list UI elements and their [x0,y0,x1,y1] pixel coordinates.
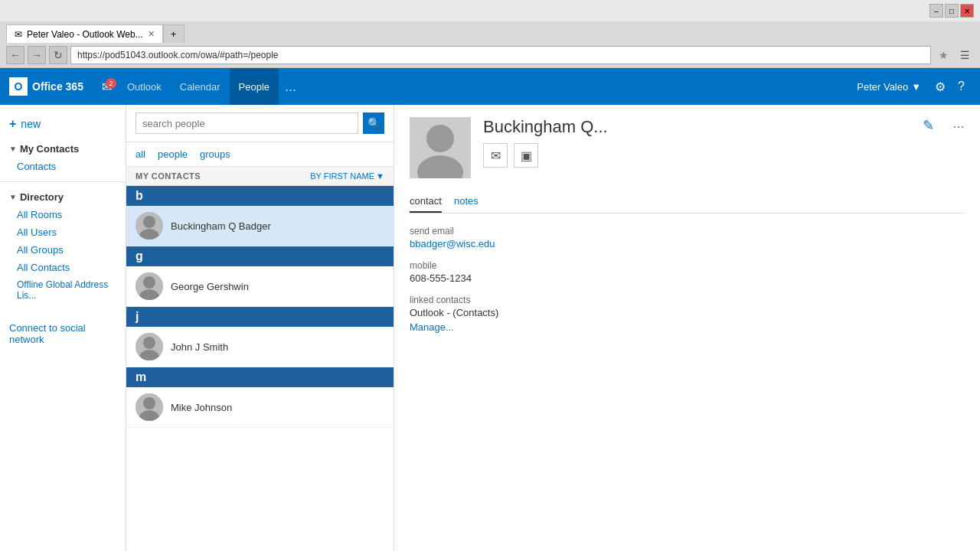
app: O Office 365 ✉ 2 Outlook Calendar People… [0,68,980,551]
tab-bar: ✉ Peter Valeo - Outlook Web... ✕ + [0,21,980,43]
close-btn[interactable]: ✕ [960,4,974,18]
mail-badge: 2 [106,78,116,89]
filter-all[interactable]: all [136,147,145,161]
user-menu-btn[interactable]: Peter Valeo ▼ [849,81,929,93]
sidebar-item-all-rooms[interactable]: All Rooms [0,206,126,223]
avatar-george [136,272,163,300]
tab-contact[interactable]: contact [410,191,442,213]
filter-tabs: all people groups [126,142,394,167]
connect-social-btn[interactable]: Connect to social network [0,316,126,351]
avatar-buckingham [136,212,163,240]
sidebar-item-all-contacts[interactable]: All Contacts [0,259,126,276]
sidebar-item-offline-gal[interactable]: Offline Global Address Lis... [0,276,126,304]
browser-chrome: – □ ✕ ✉ Peter Valeo - Outlook Web... ✕ +… [0,0,980,68]
sidebar-item-all-groups[interactable]: All Groups [0,241,126,259]
browser-menu-btn[interactable]: ☰ [956,46,974,64]
nav-links: Outlook Calendar People [118,68,279,105]
nav-more-btn[interactable]: ... [279,79,302,95]
edit-btn[interactable]: ✎ [923,117,934,134]
send-email-value[interactable]: bbadger@wisc.edu [410,238,965,249]
my-contacts-header-label: MY CONTACTS [136,171,201,181]
linked-contacts-value: Outlook - (Contacts) [410,307,965,318]
address-bar-row: ← → ↻ ★ ☰ [0,43,980,67]
avatar-mike [136,393,163,421]
active-tab[interactable]: ✉ Peter Valeo - Outlook Web... ✕ [6,24,163,43]
contact-list-header: MY CONTACTS BY FIRST NAME ▼ [126,167,394,186]
directory-label: Directory [20,191,64,203]
nav-link-outlook[interactable]: Outlook [118,68,171,105]
svg-point-4 [143,276,155,289]
directory-header[interactable]: ▼ Directory [0,188,126,206]
user-dropdown-icon: ▼ [911,81,921,93]
filter-groups[interactable]: groups [200,147,230,161]
title-bar: – □ ✕ [0,0,980,21]
contact-item-buckingham[interactable]: Buckingham Q Badger [126,206,394,246]
contact-name-buckingham: Buckingham Q Badger [171,220,271,232]
detail-tabs: contact notes [410,191,965,214]
mobile-field: mobile 608-555-1234 [410,260,965,284]
new-contact-btn[interactable]: + new [0,111,126,137]
send-email-label: send email [410,226,965,236]
mobile-value: 608-555-1234 [410,272,965,284]
directory-section: ▼ Directory All Rooms All Users All Grou… [0,188,126,304]
linked-contacts-label: linked contacts [410,295,965,305]
plus-icon: + [9,117,16,131]
sidebar-item-all-users[interactable]: All Users [0,223,126,241]
email-action-btn[interactable]: ✉ [483,143,508,168]
contact-name-george: George Gershwin [171,281,249,292]
letter-group-b: b [126,186,394,206]
office-logo-icon: O [9,77,28,96]
send-email-field: send email bbadger@wisc.edu [410,226,965,249]
contact-item-john[interactable]: John J Smith [126,327,394,367]
my-contacts-header[interactable]: ▼ My Contacts [0,140,126,158]
detail-avatar [410,117,471,178]
new-label: new [21,118,41,130]
nav-link-calendar[interactable]: Calendar [171,68,230,105]
manage-link[interactable]: Manage... [410,321,965,333]
letter-group-m: m [126,367,394,387]
sidebar-divider [0,181,126,182]
minimize-btn[interactable]: – [929,4,943,18]
sidebar: + new ▼ My Contacts Contacts ▼ Directory… [0,105,126,551]
filter-people[interactable]: people [158,147,188,161]
help-btn[interactable]: ? [952,80,971,93]
favorites-btn[interactable]: ★ [934,46,952,64]
collapse-icon: ▼ [9,145,17,153]
office-logo: O Office 365 [9,77,83,96]
sort-label: BY FIRST NAME [310,171,374,181]
detail-more-options-btn[interactable]: … [952,117,965,131]
maximize-btn[interactable]: □ [945,4,959,18]
refresh-btn[interactable]: ↻ [49,46,67,64]
letter-group-j: j [126,307,394,327]
sidebar-item-contacts[interactable]: Contacts [0,158,126,175]
back-btn[interactable]: ← [6,46,24,64]
avatar-john [136,333,163,360]
brand-label: Office 365 [32,80,83,93]
my-contacts-label: My Contacts [20,143,79,155]
new-tab-btn[interactable]: + [163,24,185,43]
search-button[interactable]: 🔍 [363,112,384,134]
mail-icon-area: ✉ 2 [96,77,118,97]
mail-icon-btn[interactable]: ✉ 2 [96,77,118,97]
detail-header: Buckingham Q... ✉ ▣ ✎ … [410,117,965,178]
sort-btn[interactable]: BY FIRST NAME ▼ [310,171,384,181]
forward-btn[interactable]: → [28,46,46,64]
contact-list: b Buckingham Q Badger g [126,186,394,551]
search-input[interactable] [136,112,358,134]
contact-name-mike: Mike Johnson [171,402,232,413]
collapse-icon-dir: ▼ [9,193,17,201]
detail-name-area: Buckingham Q... ✉ ▣ [483,117,910,168]
tab-close-btn[interactable]: ✕ [148,29,155,39]
search-bar: 🔍 [126,105,394,142]
more-action-btn[interactable]: ▣ [514,143,538,168]
settings-btn[interactable]: ⚙ [929,80,952,94]
address-input[interactable] [70,46,931,64]
svg-point-7 [143,337,155,349]
sort-chevron-icon: ▼ [376,171,384,181]
tab-notes[interactable]: notes [454,191,479,213]
contact-item-george[interactable]: George Gershwin [126,266,394,307]
contact-item-mike[interactable]: Mike Johnson [126,387,394,428]
detail-panel: Buckingham Q... ✉ ▣ ✎ … contact notes se… [394,105,980,551]
mobile-label: mobile [410,260,965,271]
nav-link-people[interactable]: People [230,68,279,105]
